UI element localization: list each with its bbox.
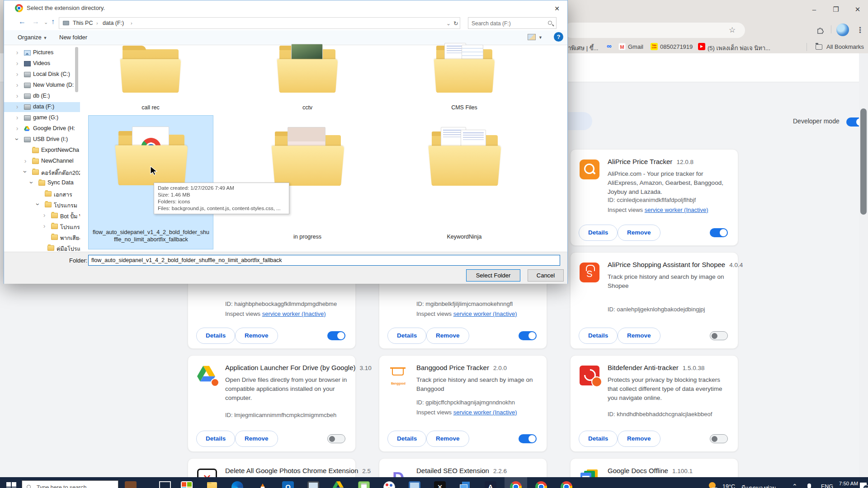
capcut-icon[interactable]: ✕ xyxy=(434,481,446,488)
extensions-puzzle-icon[interactable] xyxy=(816,26,824,34)
extension-toggle[interactable] xyxy=(710,434,728,443)
tray-weather-text[interactable]: มีแดดบางส่วน xyxy=(741,483,776,488)
remove-button[interactable]: Remove xyxy=(235,328,278,344)
tray-language[interactable]: ENG xyxy=(821,483,833,488)
breadcrumb-this-pc[interactable]: This PC xyxy=(73,20,93,26)
folder-label[interactable]: call rec xyxy=(104,104,197,111)
new-folder-button[interactable]: New folder xyxy=(59,34,87,41)
meta-favicon[interactable]: ∞ xyxy=(607,42,612,50)
tree-item-manual[interactable]: คู่มือโปรแกรม xyxy=(4,243,80,251)
notepad-app-icon[interactable] xyxy=(358,481,370,488)
yale-favicon[interactable]: Yalecom xyxy=(651,43,658,50)
tree-item-bot-pump-vd[interactable]: ›Bot ปั้ม VD xyxy=(4,211,80,221)
dialog-title-bar[interactable]: Select the extension directory. ✕ xyxy=(4,0,567,16)
window-restore-button[interactable]: ❐ xyxy=(829,4,843,15)
forward-button[interactable]: → xyxy=(32,18,39,26)
bookmark-star-icon[interactable]: ☆ xyxy=(729,25,736,35)
folder-label[interactable]: cctv xyxy=(261,104,354,111)
bookmark-phone[interactable]: 0850271919 xyxy=(660,43,693,50)
tree-item-local-disk-c[interactable]: ›Local Disk (C:) xyxy=(4,70,80,80)
details-button[interactable]: Details xyxy=(579,225,618,241)
tray-temperature[interactable]: 19°C xyxy=(722,483,735,488)
breadcrumb[interactable]: This PC › data (F:) › ⌄ ↻ xyxy=(59,17,460,29)
bookmark-youtube[interactable]: (5) เพลงเด็ก พ่อเจ นิทา... xyxy=(708,43,770,53)
all-bookmarks-label[interactable]: All Bookmarks xyxy=(826,43,864,50)
a-app-icon[interactable]: A xyxy=(485,481,496,488)
breadcrumb-drive[interactable]: data (F:) xyxy=(103,20,124,26)
extension-toggle[interactable] xyxy=(327,434,345,443)
extensions-search-field[interactable] xyxy=(568,112,592,130)
tree-item-db-e[interactable]: ›db (E:) xyxy=(4,91,80,101)
service-worker-link[interactable]: service worker (Inactive) xyxy=(262,310,326,317)
details-button[interactable]: Details xyxy=(196,431,235,447)
cancel-button[interactable]: Cancel xyxy=(528,269,564,282)
folder-cms-files[interactable] xyxy=(436,49,492,93)
service-worker-link[interactable]: service worker (Inactive) xyxy=(453,310,517,317)
profile-avatar[interactable] xyxy=(836,23,849,36)
taskbar-search[interactable]: Type here to search xyxy=(22,480,118,488)
notification-icon[interactable]: 21 xyxy=(860,483,867,488)
tree-item-program-cut[interactable]: ›โปรแกรมตัด xyxy=(4,221,80,231)
microphone-icon[interactable] xyxy=(807,483,811,488)
details-button[interactable]: Details xyxy=(579,328,618,344)
gmail-favicon[interactable]: M xyxy=(618,43,626,50)
monitor-app-icon[interactable] xyxy=(307,481,319,488)
folder-label[interactable]: in progress xyxy=(261,234,354,240)
folder-label[interactable]: KeywordNinja xyxy=(418,234,510,240)
weather-icon[interactable] xyxy=(708,481,720,488)
remove-button[interactable]: Remove xyxy=(426,431,469,447)
back-button[interactable]: ← xyxy=(19,18,26,26)
details-button[interactable]: Details xyxy=(196,328,235,344)
remove-button[interactable]: Remove xyxy=(618,328,660,344)
extension-toggle[interactable] xyxy=(327,331,345,340)
remove-button[interactable]: Remove xyxy=(235,431,278,447)
vlc-icon[interactable] xyxy=(257,481,269,488)
details-button[interactable]: Details xyxy=(387,431,426,447)
tree-scrollbar[interactable] xyxy=(75,47,78,92)
tree-item-documents-th[interactable]: เอกสาร xyxy=(4,189,80,199)
tree-item-game-g[interactable]: ›game (G:) xyxy=(4,113,80,123)
tree-item-data-f[interactable]: ›data (F:) xyxy=(4,102,80,112)
refresh-icon[interactable]: ↻ xyxy=(453,20,458,27)
extension-toggle[interactable] xyxy=(519,331,537,340)
file-explorer-icon[interactable] xyxy=(206,481,218,488)
tree-item-new-volume-d[interactable]: ›New Volume (D: xyxy=(4,80,80,90)
folder-label[interactable]: CMS Files xyxy=(418,104,510,111)
browser-menu-icon[interactable]: ⋮ xyxy=(856,25,864,35)
service-worker-link[interactable]: service worker (Inactive) xyxy=(645,206,708,213)
remove-button[interactable]: Remove xyxy=(618,225,660,241)
tree-item-sync-data[interactable]: ›Sync Data xyxy=(4,178,80,188)
extension-toggle[interactable] xyxy=(710,228,728,237)
page-scrollbar[interactable] xyxy=(859,53,868,477)
service-worker-link[interactable]: service worker (Inactive) xyxy=(453,409,517,416)
google-drive-icon[interactable] xyxy=(333,481,344,488)
up-button[interactable]: ↑ xyxy=(51,18,55,26)
tray-chevron-icon[interactable]: ⌃ xyxy=(792,483,797,488)
search-input[interactable]: Search data (F:) xyxy=(468,17,557,29)
microsoft-store-icon[interactable] xyxy=(181,481,193,488)
folder-name-input[interactable]: flow_auto_sidepanel_v1_4_2_bold_folder_s… xyxy=(88,255,560,266)
tree-item-newchannel[interactable]: ›NewChannel xyxy=(4,156,80,166)
tree-item-videos[interactable]: ›Videos xyxy=(4,59,80,69)
task-view-icon[interactable] xyxy=(159,481,171,488)
bookmark-gmail[interactable]: Gmail xyxy=(628,43,643,50)
bookmark-item[interactable]: าพิเศษ | ขึ้... xyxy=(568,43,598,53)
folder-label[interactable]: flow_auto_sidepanel_v1_4_2_bold_folder_s… xyxy=(92,229,210,243)
remote-desktop-icon[interactable] xyxy=(409,481,420,488)
view-options-dropdown[interactable]: ▼ xyxy=(538,35,542,40)
tree-item-programs-th[interactable]: ›โปรแกรม xyxy=(4,200,80,210)
dialog-close-button[interactable]: ✕ xyxy=(551,4,563,14)
details-button[interactable]: Details xyxy=(387,328,426,344)
folder-keywordninja[interactable]: ⚙ xyxy=(432,135,498,186)
chrome-profile-2-icon[interactable] xyxy=(535,481,547,488)
remove-button[interactable]: Remove xyxy=(618,431,660,447)
details-button[interactable]: Details xyxy=(579,431,618,447)
window-close-button[interactable]: ✕ xyxy=(851,4,864,15)
window-minimize-button[interactable]: – xyxy=(807,4,821,15)
recent-locations-dropdown[interactable]: ⌄ xyxy=(44,19,48,25)
edge-icon[interactable] xyxy=(231,481,243,488)
address-dropdown-icon[interactable]: ⌄ xyxy=(446,20,451,27)
view-options-icon[interactable] xyxy=(528,34,536,40)
tree-item-google-drive-h[interactable]: ›Google Drive (H: xyxy=(4,124,80,134)
tree-item-dubbing[interactable]: พากเสียง แล xyxy=(4,232,80,242)
